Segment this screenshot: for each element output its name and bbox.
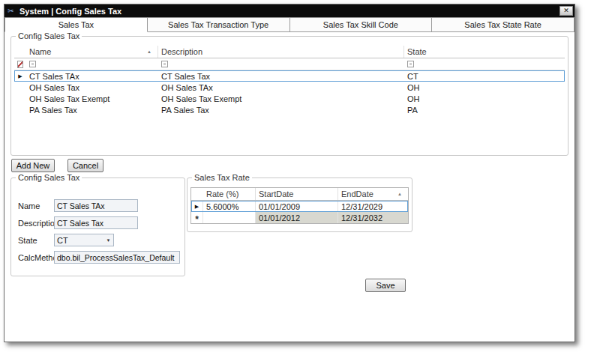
header-indicator-cell xyxy=(14,46,26,58)
cell-enddate: 12/31/2029 xyxy=(338,201,408,212)
app-icon: ✂ xyxy=(8,7,16,16)
column-header-name[interactable]: Name ▲ xyxy=(26,46,158,58)
column-header-state[interactable]: State xyxy=(404,46,565,58)
titlebar[interactable]: ✂ System | Config Sales Tax ✕ xyxy=(4,4,574,17)
column-header-enddate-label: EndDate xyxy=(341,189,374,198)
table-row[interactable]: OH Sales Tax OH Sales TAx OH xyxy=(14,82,565,93)
table-row[interactable]: ▶ CT Sales TAx CT Sales Tax CT xyxy=(14,70,565,82)
column-header-state-label: State xyxy=(407,47,427,56)
config-sales-tax-detail-group: Config Sales Tax Name Description State … xyxy=(10,178,185,276)
name-field[interactable] xyxy=(54,199,138,212)
state-dropdown[interactable]: CT ▼ xyxy=(54,234,114,246)
tab-bar: Sales Tax Sales Tax Transaction Type Sal… xyxy=(4,17,574,32)
filter-cell-state[interactable] xyxy=(404,61,565,67)
new-row-icon: * xyxy=(195,216,199,222)
cell-name: OH Sales Tax xyxy=(26,83,158,92)
column-header-rate[interactable]: Rate (%) xyxy=(203,188,256,200)
filter-cell-name[interactable] xyxy=(26,61,158,67)
cell-rate: 5.6000% xyxy=(203,201,256,212)
row-indicator-cell xyxy=(14,82,26,93)
row-indicator-icon: ▶ xyxy=(18,73,22,79)
config-sales-tax-window: ✂ System | Config Sales Tax ✕ Sales Tax … xyxy=(4,4,575,342)
rate-table-row[interactable]: ▶ 5.6000% 01/01/2009 12/31/2029 xyxy=(191,201,408,212)
cell-startdate: 01/01/2012 xyxy=(256,212,338,223)
sales-tax-rate-grid: Rate (%) StartDate EndDate ▲ ▶ 5.6000% 0… xyxy=(190,187,409,224)
cell-startdate: 01/01/2009 xyxy=(256,201,338,212)
calcmethod-field[interactable] xyxy=(54,251,180,264)
cell-description: OH Sales Tax Exempt xyxy=(158,94,404,103)
cell-description: PA Sales Tax xyxy=(158,106,404,115)
name-label: Name xyxy=(18,201,40,210)
cell-state: CT xyxy=(404,72,565,81)
column-header-description[interactable]: Description xyxy=(158,46,404,58)
cancel-button[interactable]: Cancel xyxy=(68,159,104,172)
sort-ascending-icon: ▲ xyxy=(398,192,405,196)
cell-name: PA Sales Tax xyxy=(26,106,158,115)
state-label: State xyxy=(18,236,38,245)
tab-sales-tax[interactable]: Sales Tax xyxy=(4,17,148,32)
cell-name: OH Sales Tax Exempt xyxy=(26,94,158,103)
filter-cell-description[interactable] xyxy=(158,61,404,67)
close-icon: ✕ xyxy=(563,7,569,14)
window-title: System | Config Sales Tax xyxy=(20,7,560,16)
sales-tax-rate-group: Sales Tax Rate Rate (%) StartDate EndDat… xyxy=(187,178,412,232)
cell-name: CT Sales TAx xyxy=(26,72,158,81)
column-header-name-label: Name xyxy=(29,47,51,56)
state-dropdown-value: CT xyxy=(55,236,104,245)
chevron-down-icon: ▼ xyxy=(104,234,113,246)
tab-sales-tax-state-rate[interactable]: Sales Tax State Rate xyxy=(432,17,574,32)
grid-filter-row xyxy=(14,58,565,70)
rate-group-title: Sales Tax Rate xyxy=(192,173,252,182)
tab-sales-tax-skill-code[interactable]: Sales Tax Skill Code xyxy=(290,17,433,32)
edit-filter-icon xyxy=(17,61,23,68)
header-indicator-cell xyxy=(191,188,203,200)
description-field[interactable] xyxy=(54,216,138,229)
sales-tax-grid: Name ▲ Description State xyxy=(14,46,565,115)
cell-description: CT Sales Tax xyxy=(158,72,404,81)
table-row[interactable]: PA Sales Tax PA Sales Tax PA xyxy=(14,104,565,115)
row-indicator-icon: ▶ xyxy=(195,204,199,210)
filter-icon xyxy=(407,61,414,67)
row-indicator-cell: ▶ xyxy=(191,201,203,212)
grid-header-row: Name ▲ Description State xyxy=(14,46,565,58)
column-header-startdate[interactable]: StartDate xyxy=(256,188,338,200)
row-indicator-cell: ▶ xyxy=(14,70,26,82)
column-header-enddate[interactable]: EndDate ▲ xyxy=(338,188,408,200)
sort-ascending-icon: ▲ xyxy=(147,49,154,54)
filter-icon xyxy=(29,61,36,67)
rate-grid-header-row: Rate (%) StartDate EndDate ▲ xyxy=(191,188,408,201)
rate-table-new-row[interactable]: * 01/01/2012 12/31/2032 xyxy=(191,212,408,223)
table-row[interactable]: OH Sales Tax Exempt OH Sales Tax Exempt … xyxy=(14,93,565,104)
cell-description: OH Sales TAx xyxy=(158,83,404,92)
detail-group-title: Config Sales Tax xyxy=(16,173,82,182)
tab-sales-tax-transaction-type[interactable]: Sales Tax Transaction Type xyxy=(148,17,290,32)
cell-state: PA xyxy=(404,106,565,115)
cell-enddate: 12/31/2032 xyxy=(338,212,408,223)
config-sales-tax-list-group: Config Sales Tax Name ▲ Description Stat… xyxy=(10,36,568,156)
row-indicator-cell xyxy=(14,104,26,115)
column-header-rate-label: Rate (%) xyxy=(206,189,238,198)
description-label: Description xyxy=(18,219,59,228)
save-button[interactable]: Save xyxy=(365,279,406,292)
add-new-button[interactable]: Add New xyxy=(11,159,55,172)
filter-indicator-cell[interactable] xyxy=(14,58,26,70)
cell-state: OH xyxy=(404,83,565,92)
cell-rate xyxy=(203,212,256,223)
row-indicator-cell xyxy=(14,93,26,104)
column-header-startdate-label: StartDate xyxy=(259,189,293,198)
cell-state: OH xyxy=(404,94,565,103)
close-button[interactable]: ✕ xyxy=(560,6,573,16)
filter-icon xyxy=(161,61,168,67)
column-header-description-label: Description xyxy=(161,47,202,56)
row-indicator-cell: * xyxy=(191,212,203,223)
list-group-title: Config Sales Tax xyxy=(16,31,82,40)
